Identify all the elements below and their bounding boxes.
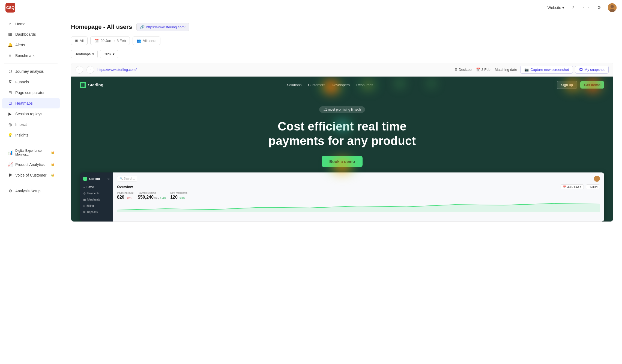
- voc-icon: 🗣: [8, 173, 13, 177]
- mini-content-panel: 🔍 Search... Overview 📅 Last 7 days ▾: [113, 172, 604, 222]
- dashboards-icon: ▦: [8, 32, 13, 37]
- sterling-badge: #1 most promising fintech: [319, 106, 365, 113]
- sidebar-item-analysis-setup[interactable]: ⚙ Analysis Setup: [2, 186, 60, 196]
- click-type-dropdown[interactable]: Click ▾: [100, 50, 118, 58]
- viewer-date: 📅 3 Feb: [476, 68, 491, 72]
- insights-icon: 💡: [8, 133, 13, 138]
- capture-screenshot-button[interactable]: 📷 Capture new screenshot: [520, 66, 573, 74]
- avatar[interactable]: [608, 3, 617, 12]
- mini-payments-icon: ◎: [83, 192, 86, 195]
- sidebar-divider-2: [4, 143, 58, 143]
- crown-icon-voc: 👑: [51, 174, 54, 177]
- forward-button[interactable]: →: [86, 66, 94, 74]
- mini-search-input[interactable]: 🔍 Search...: [117, 176, 137, 181]
- my-snapshot-button[interactable]: 🖼 My snapshot: [575, 66, 609, 74]
- viewer-url[interactable]: https://www.sterling.com/: [97, 68, 451, 72]
- nav-link-solutions[interactable]: Solutions: [287, 83, 301, 87]
- apps-grid-icon[interactable]: ⋮⋮: [582, 3, 590, 12]
- all-filter[interactable]: ⊞ All: [71, 37, 88, 45]
- top-navigation: CSQ Website ▾ ? ⋮⋮ ⚙: [0, 0, 622, 15]
- sidebar-item-alerts[interactable]: 🔔 Alerts: [2, 40, 60, 50]
- page-header: Homepage - All users 🔗 https://www.sterl…: [71, 23, 613, 31]
- heatmap-viewer: ← → https://www.sterling.com/ 🖥 Desktop …: [71, 63, 613, 222]
- date-range-filter[interactable]: 📅 29 Jan → 8 Feb: [90, 37, 130, 45]
- sidebar-item-digital-experience[interactable]: 📊 Digital Experience Monitor... 👑: [2, 146, 60, 159]
- sidebar-item-funnels[interactable]: ∇ Funnels: [2, 77, 60, 87]
- filters-row: ⊞ All 📅 29 Jan → 8 Feb 👥 All users: [71, 37, 613, 45]
- mini-stat-payment-count: Payment count 820 ↓ 10%: [117, 192, 133, 200]
- mini-home-icon: ⌂: [83, 186, 85, 189]
- viewer-actions: 📷 Capture new screenshot 🖼 My snapshot: [520, 66, 609, 74]
- sidebar-item-session-replays[interactable]: ▶ Session replays: [2, 109, 60, 119]
- sidebar-item-voice-of-customer[interactable]: 🗣 Voice of Customer 👑: [2, 170, 60, 180]
- mini-export-button[interactable]: ↑ Export: [586, 184, 600, 189]
- dropdown-arrow-icon: ▾: [92, 52, 94, 56]
- mini-sidebar-header: Sterling ◁: [80, 176, 113, 184]
- chevron-down-icon: ▾: [562, 5, 564, 10]
- crown-icon-dem: 👑: [51, 151, 54, 154]
- svg-rect-6: [83, 85, 85, 87]
- mini-logo: Sterling: [83, 177, 100, 181]
- help-icon[interactable]: ?: [569, 3, 577, 12]
- nav-link-developers[interactable]: Developers: [332, 83, 350, 87]
- mini-time-filter[interactable]: 📅 Last 7 days ▾: [561, 184, 584, 189]
- book-demo-button[interactable]: Book a demo: [322, 156, 363, 167]
- alerts-icon: 🔔: [8, 43, 13, 47]
- back-button[interactable]: ←: [76, 66, 83, 74]
- home-icon: ⌂: [8, 22, 13, 26]
- topnav-right: Website ▾ ? ⋮⋮ ⚙: [548, 3, 617, 12]
- svg-point-1: [611, 5, 614, 8]
- heatmap-type-dropdown[interactable]: Heatmaps ▾: [71, 50, 98, 58]
- svg-marker-7: [117, 204, 600, 212]
- heatmaps-icon: ⊡: [8, 101, 13, 106]
- sidebar: ⌂ Home ▦ Dashboards 🔔 Alerts ≡ Benchmark…: [0, 15, 62, 364]
- sterling-nav: Sterling Solutions Customers Developers …: [71, 77, 613, 93]
- sidebar-item-dashboards[interactable]: ▦ Dashboards: [2, 29, 60, 40]
- sterling-nav-links: Solutions Customers Developers Resources: [287, 83, 373, 87]
- sidebar-item-product-analytics[interactable]: 📈 Product Analytics 👑: [2, 159, 60, 170]
- sterling-hero: #1 most promising fintech Cost efficient…: [71, 93, 613, 172]
- mini-billing-icon: □: [83, 204, 85, 207]
- users-filter[interactable]: 👥 All users: [133, 37, 160, 45]
- mini-stats: Payment count 820 ↓ 10% Payment volume: [117, 192, 600, 200]
- mini-menu-deposits[interactable]: ⊞ Deposits: [80, 209, 113, 215]
- main-content: Homepage - All users 🔗 https://www.sterl…: [62, 15, 622, 364]
- mini-menu-billing[interactable]: □ Billing: [80, 203, 113, 209]
- sidebar-item-insights[interactable]: 💡 Insights: [2, 130, 60, 140]
- camera-icon: 📷: [524, 68, 529, 72]
- sidebar-item-page-comparator[interactable]: ⊞ Page comparator: [2, 87, 60, 98]
- journey-icon: ⬡: [8, 69, 13, 74]
- mini-sidebar: Sterling ◁ ⌂ Home ◎ Payments: [80, 172, 113, 222]
- mini-chart-area: [117, 202, 600, 212]
- mini-logo-mark: [83, 177, 87, 181]
- mini-search-bar: 🔍 Search...: [117, 176, 600, 182]
- nav-link-customers[interactable]: Customers: [308, 83, 325, 87]
- url-badge[interactable]: 🔗 https://www.sterling.com/: [136, 23, 189, 31]
- settings-icon[interactable]: ⚙: [595, 3, 603, 12]
- sidebar-item-benchmark[interactable]: ≡ Benchmark: [2, 50, 60, 60]
- signup-button[interactable]: Sign up: [557, 81, 577, 89]
- users-icon: 👥: [137, 39, 141, 43]
- sterling-headline: Cost efficient real time payments for an…: [80, 119, 604, 148]
- mini-avatar: [594, 176, 600, 182]
- nav-link-resources[interactable]: Resources: [356, 83, 373, 87]
- heatmap-toolbar: Heatmaps ▾ Click ▾: [71, 50, 613, 58]
- benchmark-icon: ≡: [8, 53, 13, 58]
- sterling-nav-buttons: Sign up Get demo: [557, 81, 604, 89]
- workspace-selector[interactable]: Website ▾: [548, 5, 564, 10]
- getdemo-button[interactable]: Get demo: [580, 81, 604, 89]
- sidebar-item-journey-analysis[interactable]: ⬡ Journey analysis: [2, 66, 60, 77]
- mini-menu-payments[interactable]: ◎ Payments: [80, 190, 113, 196]
- session-icon: ▶: [8, 111, 13, 116]
- viewer-meta: 🖥 Desktop 📅 3 Feb Matching date: [454, 68, 517, 72]
- mini-collapse-icon: ◁: [107, 177, 109, 180]
- dropdown-arrow-icon-2: ▾: [113, 52, 115, 56]
- mini-menu-home[interactable]: ⌂ Home: [80, 184, 113, 190]
- sidebar-item-home[interactable]: ⌂ Home: [2, 19, 60, 29]
- mini-menu-merchants[interactable]: ▦ Merchants: [80, 196, 113, 203]
- link-icon: 🔗: [140, 25, 145, 29]
- sidebar-divider-3: [4, 183, 58, 183]
- sidebar-item-impact[interactable]: ◎ Impact: [2, 119, 60, 130]
- sidebar-item-heatmaps[interactable]: ⊡ Heatmaps: [2, 98, 60, 108]
- mini-stat-new-merchants: New merchants 120 ↑ 23%: [170, 192, 187, 200]
